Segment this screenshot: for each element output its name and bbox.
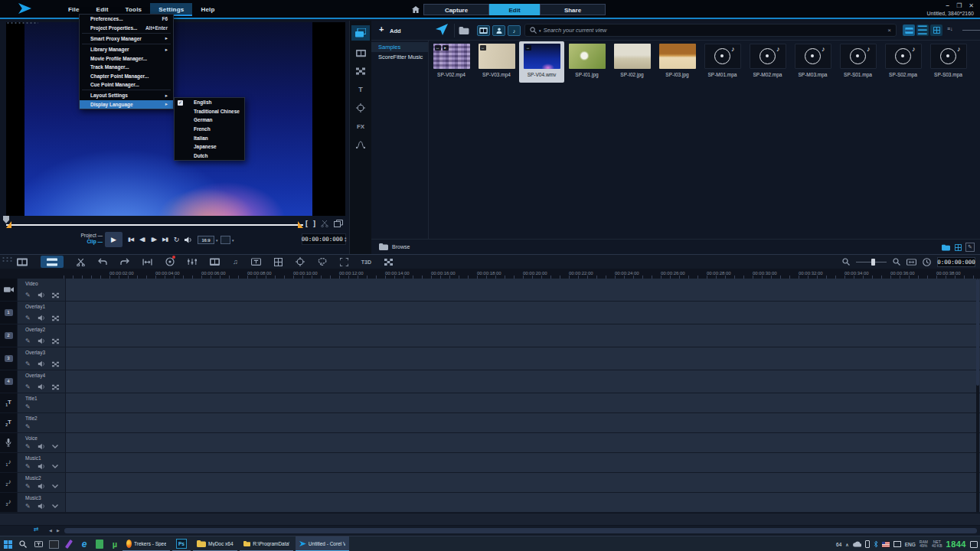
us-flag-language-icon[interactable] <box>882 542 890 547</box>
search-input[interactable] <box>544 27 886 34</box>
aspect-ratio-select[interactable]: 16:9 <box>198 236 214 244</box>
track-lane[interactable] <box>65 279 980 301</box>
auto-music-icon[interactable] <box>210 256 220 268</box>
edge-browser-icon[interactable]: e <box>77 536 92 551</box>
onedrive-icon[interactable] <box>853 541 861 547</box>
mute-track-icon[interactable] <box>38 443 45 450</box>
folder-scorefitter[interactable]: ScoreFitter Music <box>371 52 428 62</box>
menuitem-display-language[interactable]: Display Language▸ <box>80 100 173 109</box>
lang-italian[interactable]: Italian <box>175 133 244 142</box>
overlay-track-icon[interactable]: 2 <box>0 324 17 347</box>
timeline-view-icon[interactable] <box>41 256 64 268</box>
ripple-edit-icon[interactable]: ✎ <box>25 504 31 510</box>
repeat-icon[interactable]: ↻ <box>171 233 182 246</box>
add-plus-icon[interactable]: + <box>379 24 384 34</box>
minimize-icon[interactable]: − <box>946 2 949 9</box>
select-region-icon[interactable] <box>340 256 348 268</box>
track-lane[interactable] <box>65 393 980 412</box>
lang-german[interactable]: German <box>175 116 244 125</box>
track-overlay1[interactable]: 1 Overlay1 ✎ <box>0 302 980 324</box>
lang-japanese[interactable]: Japanese <box>175 142 244 152</box>
track-header[interactable]: Overlay4 ✎ <box>17 370 65 393</box>
subtitle-editor-icon[interactable] <box>251 256 261 268</box>
phone-icon[interactable] <box>865 540 870 548</box>
menuitem-preferences[interactable]: Preferences...F6 <box>80 15 173 23</box>
thumbnail-size-slider[interactable] <box>962 30 980 31</box>
tab-edit[interactable]: Edit <box>489 4 540 15</box>
scroll-right-icon[interactable]: ▶ <box>57 528 60 533</box>
vscrollbar-thumb[interactable] <box>976 279 979 386</box>
track-video[interactable]: Video ✎ <box>0 279 980 301</box>
mute-track-icon[interactable] <box>38 503 45 510</box>
media-item[interactable]: ♪ SP-M01.mpa <box>700 41 745 83</box>
touch-keyboard-icon[interactable] <box>893 541 901 547</box>
smart-music-icon[interactable]: ♫ <box>233 256 238 268</box>
taskbar-window-folder-mydoc[interactable]: MyDoc x64 <box>193 536 237 551</box>
filter-audio-icon[interactable]: ♪ <box>508 25 521 36</box>
go-end-icon[interactable]: ▶▮ <box>159 233 171 246</box>
ripple-edit-icon[interactable]: ✎ <box>25 315 31 321</box>
mute-track-icon[interactable] <box>38 463 45 470</box>
system-volume-icon[interactable] <box>182 233 194 246</box>
notification-center-icon[interactable] <box>970 541 978 548</box>
split-clip-icon[interactable] <box>321 220 328 227</box>
track-lane[interactable] <box>65 493 980 512</box>
clear-search-icon[interactable]: × <box>887 27 891 34</box>
track-header[interactable]: Music2 ✎ <box>17 473 65 492</box>
track-transparency-icon[interactable] <box>52 384 59 390</box>
category-title-icon[interactable]: T <box>351 82 370 97</box>
chevron-down-icon[interactable] <box>52 445 58 448</box>
media-item[interactable]: ♪ SP-M02.mpa <box>745 41 790 83</box>
mask-creator-icon[interactable] <box>384 256 393 268</box>
media-item-selected[interactable]: ↔ SP-V04.wmv <box>519 41 564 83</box>
close-icon[interactable]: ✕ <box>969 2 974 9</box>
video-track-icon[interactable] <box>0 279 17 301</box>
category-filter-fx-icon[interactable]: FX <box>351 119 370 134</box>
view-filmstrip-icon[interactable] <box>903 24 915 36</box>
storyboard-view-icon[interactable] <box>17 256 28 268</box>
track-header[interactable]: Music3 ✎ <box>17 493 65 512</box>
zoom-region-button[interactable] <box>220 236 230 244</box>
timeline-zoom-slider[interactable] <box>856 262 887 262</box>
zoom-in-icon[interactable] <box>893 258 900 266</box>
slider-knob[interactable] <box>871 259 875 266</box>
scrubber-track[interactable] <box>6 224 303 226</box>
filter-photo-icon[interactable] <box>492 25 505 36</box>
folder-samples[interactable]: Samples <box>371 42 428 52</box>
mute-track-icon[interactable] <box>38 383 45 390</box>
media-item[interactable]: ↔▸ SP-V02.mp4 <box>429 41 474 83</box>
chevron-down-icon[interactable] <box>52 484 58 488</box>
mark-out-button[interactable]: ] <box>313 220 315 227</box>
home-icon[interactable] <box>408 4 423 15</box>
notes-app-icon[interactable] <box>92 536 107 551</box>
chevron-down-icon[interactable] <box>52 504 58 508</box>
track-title2[interactable]: 2T Title2 ✎ <box>0 413 980 432</box>
overlay-track-icon[interactable]: 1 <box>0 302 17 324</box>
ripple-edit-icon[interactable]: ✎ <box>25 292 31 298</box>
menuitem-cue-point-manager[interactable]: Cue Point Manager... <box>80 80 173 89</box>
music-track-icon[interactable]: 2♪ <box>0 473 17 492</box>
timecode-spinner-icon[interactable]: ▲▼ <box>345 236 346 242</box>
painting-creator-icon[interactable] <box>318 256 327 268</box>
track-transparency-icon[interactable] <box>52 361 59 367</box>
net-meter[interactable]: NET40 KB <box>932 540 942 548</box>
track-transparency-icon[interactable] <box>52 292 59 298</box>
taskbar-window-firefox[interactable]: Trekers - Speed Dial... <box>122 536 170 551</box>
track-music1[interactable]: 1♪ Music1 ✎ <box>0 453 980 472</box>
preview-timecode[interactable]: 00:00:00:000 ▲▼ <box>302 233 346 245</box>
edit-options-icon[interactable]: ✎ <box>965 243 975 252</box>
gpu-meter[interactable]: 64 <box>836 542 841 547</box>
tab-share[interactable]: Share <box>540 4 606 15</box>
remap-time-icon[interactable] <box>142 256 152 268</box>
track-header[interactable]: Title2 ✎ <box>17 413 65 432</box>
music-track-icon[interactable]: 3♪ <box>0 493 17 512</box>
sort-icon[interactable]: ≡↓ <box>947 26 953 31</box>
ripple-edit-icon[interactable]: ✎ <box>25 444 31 450</box>
track-lane[interactable] <box>65 302 980 324</box>
title-track-icon[interactable]: 2T <box>0 413 17 432</box>
menuitem-track-manager[interactable]: Track Manager... <box>80 63 173 71</box>
view-thumbnail-icon[interactable] <box>930 24 942 36</box>
taskbar-window-folder-programdata[interactable]: R:\ProgramData\UL... <box>240 536 293 551</box>
media-item[interactable]: SP-I02.jpg <box>609 41 655 83</box>
prev-frame-icon[interactable]: ◀▮ <box>136 233 148 246</box>
